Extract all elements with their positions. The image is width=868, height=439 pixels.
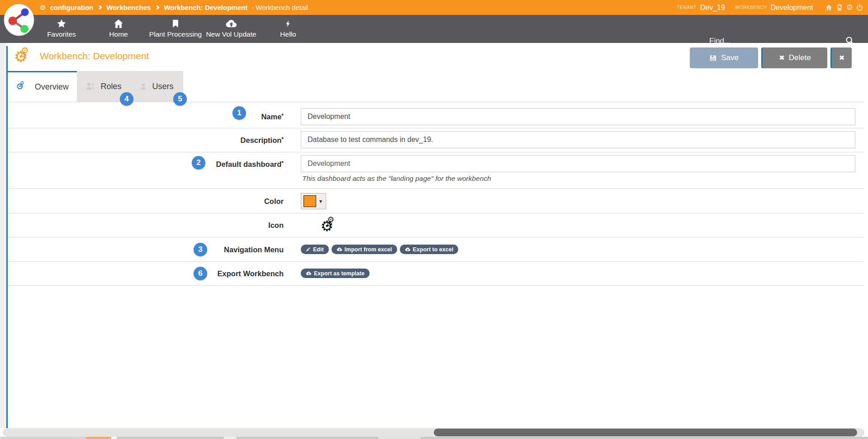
default-dashboard-input[interactable]: [301, 155, 855, 172]
description-label: Description*: [139, 134, 284, 145]
left-gutter: [0, 43, 6, 428]
cloud-upload-icon: [405, 247, 411, 252]
star-icon: [56, 19, 67, 29]
close-icon: ✖: [839, 54, 845, 62]
tab-overview[interactable]: ⚙⚙⚙ Overview: [8, 71, 77, 102]
breadcrumb-detail: - Workbench detail: [251, 4, 308, 11]
name-input[interactable]: [301, 108, 855, 125]
badge-navigation-menu: 3: [194, 243, 207, 256]
row-separator: [8, 261, 864, 262]
selected-workbench-icon[interactable]: ⚙⚙⚙: [321, 217, 345, 236]
bolt-icon: [285, 19, 292, 29]
top-bar: ⚙ configuration Workbenches Workbench: D…: [0, 0, 868, 15]
dropdown-arrow-icon: ▼: [318, 199, 323, 204]
import-from-excel-button[interactable]: Import from excel: [332, 245, 397, 254]
cloud-upload-icon: [337, 247, 342, 252]
tenant-value[interactable]: Dev_19: [700, 4, 725, 12]
power-icon[interactable]: [856, 4, 863, 11]
badge-name: 1: [232, 106, 246, 120]
workbench-gears-icon: ⚙⚙⚙: [14, 47, 39, 68]
name-label: Name*: [139, 111, 284, 122]
bookmark-icon: [171, 19, 180, 29]
row-separator: [8, 128, 864, 128]
breadcrumb-root[interactable]: configuration: [50, 4, 93, 11]
tabs-separator: [8, 102, 864, 102]
nav-item-favorites[interactable]: Favorites: [43, 19, 80, 42]
page-bottom-edge: [0, 437, 868, 439]
edge-segment: [0, 437, 86, 439]
cloud-upload-icon: [306, 271, 312, 276]
nav-item-new-vol-update[interactable]: New Vol Update: [204, 19, 258, 42]
color-label: Color: [139, 196, 284, 206]
color-picker[interactable]: ▼: [301, 193, 326, 209]
chevron-right-icon: [155, 5, 160, 10]
badge-export-workbench: 6: [194, 267, 207, 280]
overview-gears-icon: ⚙⚙⚙: [16, 81, 30, 93]
delete-button[interactable]: ✖ Delete: [761, 47, 827, 68]
find-input[interactable]: [709, 35, 840, 47]
export-to-excel-button[interactable]: Export to excel: [400, 245, 459, 254]
breadcrumb-workbenches[interactable]: Workbenches: [106, 4, 151, 11]
chevron-right-icon: [98, 5, 102, 10]
edge-segment: [224, 437, 237, 439]
app-logo[interactable]: [4, 4, 34, 36]
x-icon: ✖: [779, 54, 785, 62]
edge-segment: [111, 437, 117, 439]
users-person-icon: [139, 82, 147, 91]
configuration-gear-icon: ⚙: [40, 4, 46, 11]
home-icon[interactable]: [825, 4, 833, 11]
row-separator: [8, 213, 864, 213]
edge-segment: [378, 437, 421, 439]
color-swatch: [304, 195, 316, 207]
edit-button[interactable]: Edit: [301, 245, 329, 254]
edge-segment-orange: [86, 437, 111, 439]
breadcrumb-current: Workbench: Development: [164, 4, 247, 11]
description-input[interactable]: [301, 131, 855, 148]
badge-default-dashboard: 2: [192, 156, 205, 170]
horizontal-scrollbar-thumb[interactable]: [434, 429, 857, 436]
export-as-template-button[interactable]: Export as template: [301, 269, 370, 278]
default-dashboard-label: Default dashboard*: [139, 158, 284, 169]
settings-gear-icon[interactable]: ⚙: [846, 4, 853, 11]
roles-people-icon: [85, 82, 96, 91]
support-icon[interactable]: [835, 4, 844, 11]
pencil-icon: [306, 247, 311, 252]
floppy-icon: [709, 54, 717, 62]
breadcrumb: ⚙ configuration Workbenches Workbench: D…: [40, 0, 308, 15]
row-separator: [8, 188, 864, 189]
save-button[interactable]: Save: [690, 47, 758, 68]
close-button[interactable]: ✖: [830, 47, 852, 68]
row-separator: [8, 285, 864, 286]
export-workbench-label: Export Workbench: [139, 269, 284, 279]
badge-roles: 4: [120, 92, 133, 106]
nav-item-home[interactable]: Home: [100, 19, 137, 42]
row-separator: [8, 237, 864, 237]
main-navbar: Favorites Home Plant Processing New Vol …: [0, 15, 868, 43]
nav-item-hello[interactable]: Hello: [270, 19, 306, 42]
workbench-label: WORKBENCH: [735, 5, 767, 10]
page-title: Workbench: Development: [40, 51, 149, 61]
icon-label: Icon: [139, 220, 284, 230]
default-dashboard-help: This dashboard acts as the "landing page…: [302, 175, 491, 183]
badge-users: 5: [173, 92, 187, 106]
cloud-upload-icon: [225, 19, 237, 29]
search-icon[interactable]: [845, 36, 855, 46]
nav-item-plant-processing[interactable]: Plant Processing: [148, 19, 203, 42]
row-separator: [8, 152, 864, 152]
home-icon: [113, 19, 124, 29]
workbench-value[interactable]: Development: [770, 4, 813, 12]
navigation-menu-label: Navigation Menu: [139, 245, 284, 255]
tenant-label: TENANT: [677, 5, 697, 10]
